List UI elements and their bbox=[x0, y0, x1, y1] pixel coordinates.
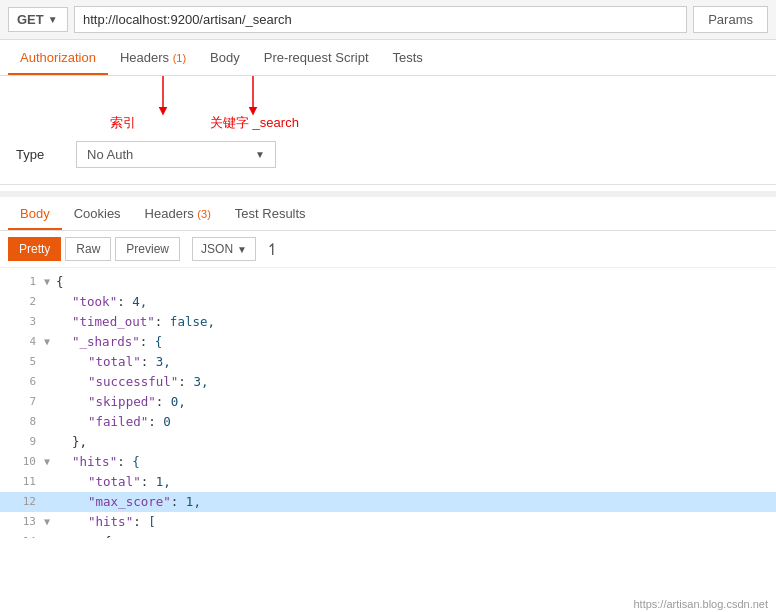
response-tab-body[interactable]: Body bbox=[8, 197, 62, 230]
footer-url: https://artisan.blog.csdn.net bbox=[633, 598, 768, 610]
line-number: 9 bbox=[4, 432, 36, 452]
pretty-button[interactable]: Pretty bbox=[8, 237, 61, 261]
tab-tests-label: Tests bbox=[393, 50, 423, 65]
json-content: "failed": 0 bbox=[56, 412, 171, 432]
keyword-arrow-svg bbox=[238, 76, 268, 116]
json-content: "timed_out": false, bbox=[56, 312, 215, 332]
response-tabs-bar: Body Cookies Headers (3) Test Results bbox=[0, 197, 776, 231]
line-number: 2 bbox=[4, 292, 36, 312]
json-line: 7 "skipped": 0, bbox=[0, 392, 776, 412]
toggle-icon[interactable]: ▼ bbox=[44, 272, 54, 292]
tab-authorization-label: Authorization bbox=[20, 50, 96, 65]
response-tab-cookies[interactable]: Cookies bbox=[62, 197, 133, 230]
line-number: 14 bbox=[4, 532, 36, 538]
tab-body-label: Body bbox=[210, 50, 240, 65]
body-toolbar: Pretty Raw Preview JSON ▼ ↿ bbox=[0, 231, 776, 268]
json-content: { bbox=[56, 272, 64, 292]
json-content: "total": 3, bbox=[56, 352, 171, 372]
json-content: "max_score": 1, bbox=[56, 492, 201, 512]
line-number: 3 bbox=[4, 312, 36, 332]
auth-type-select[interactable]: No Auth ▼ bbox=[76, 141, 276, 168]
response-tab-headers-label: Headers bbox=[145, 206, 198, 221]
json-content: "_shards": { bbox=[56, 332, 162, 352]
tab-headers[interactable]: Headers (1) bbox=[108, 40, 198, 75]
json-line: 5 "total": 3, bbox=[0, 352, 776, 372]
json-line: 11 "total": 1, bbox=[0, 472, 776, 492]
footer: https://artisan.blog.csdn.net bbox=[633, 598, 768, 610]
line-number: 12 bbox=[4, 492, 36, 512]
raw-button[interactable]: Raw bbox=[65, 237, 111, 261]
json-line: 3 "timed_out": false, bbox=[0, 312, 776, 332]
format-label: JSON bbox=[201, 242, 233, 256]
json-line: 4▼"_shards": { bbox=[0, 332, 776, 352]
index-annotation: 索引 bbox=[110, 114, 136, 132]
toggle-icon[interactable]: ▼ bbox=[44, 512, 54, 532]
json-line: 1▼{ bbox=[0, 272, 776, 292]
line-number: 10 bbox=[4, 452, 36, 472]
auth-value: No Auth bbox=[87, 147, 133, 162]
line-number: 6 bbox=[4, 372, 36, 392]
json-line: 14▼{ bbox=[0, 532, 776, 538]
index-arrow-svg bbox=[148, 76, 178, 116]
wrap-icon[interactable]: ↿ bbox=[266, 240, 279, 259]
json-content: "took": 4, bbox=[56, 292, 147, 312]
json-view: 1▼{2 "took": 4,3 "timed_out": false,4▼"_… bbox=[0, 268, 776, 538]
json-line: 2 "took": 4, bbox=[0, 292, 776, 312]
json-line: 8 "failed": 0 bbox=[0, 412, 776, 432]
json-content: "total": 1, bbox=[56, 472, 171, 492]
request-tabs-bar: Authorization Headers (1) Body Pre-reque… bbox=[0, 40, 776, 76]
tab-body[interactable]: Body bbox=[198, 40, 252, 75]
line-number: 8 bbox=[4, 412, 36, 432]
auth-row: Type No Auth ▼ bbox=[0, 131, 776, 178]
response-tab-headers[interactable]: Headers (3) bbox=[133, 197, 223, 230]
json-line: 12 "max_score": 1, bbox=[0, 492, 776, 512]
json-line: 10▼"hits": { bbox=[0, 452, 776, 472]
divider-1 bbox=[0, 184, 776, 185]
tab-authorization[interactable]: Authorization bbox=[8, 40, 108, 75]
preview-button[interactable]: Preview bbox=[115, 237, 180, 261]
json-content: }, bbox=[56, 432, 87, 452]
auth-chevron: ▼ bbox=[255, 149, 265, 160]
json-content: "hits": [ bbox=[56, 512, 156, 532]
method-chevron: ▼ bbox=[48, 14, 58, 25]
line-number: 4 bbox=[4, 332, 36, 352]
response-tab-test-results-label: Test Results bbox=[235, 206, 306, 221]
json-content: "successful": 3, bbox=[56, 372, 208, 392]
tab-pre-request-script-label: Pre-request Script bbox=[264, 50, 369, 65]
json-content: { bbox=[56, 532, 112, 538]
url-input[interactable] bbox=[74, 6, 687, 33]
params-button[interactable]: Params bbox=[693, 6, 768, 33]
json-line: 9 }, bbox=[0, 432, 776, 452]
tab-headers-label: Headers bbox=[120, 50, 173, 65]
keyword-annotation: 关键字 _search bbox=[210, 114, 299, 132]
tab-tests[interactable]: Tests bbox=[381, 40, 435, 75]
tab-pre-request-script[interactable]: Pre-request Script bbox=[252, 40, 381, 75]
json-line: 13▼"hits": [ bbox=[0, 512, 776, 532]
method-label: GET bbox=[17, 12, 44, 27]
toggle-icon[interactable]: ▼ bbox=[44, 452, 54, 472]
line-number: 11 bbox=[4, 472, 36, 492]
format-chevron: ▼ bbox=[237, 244, 247, 255]
line-number: 7 bbox=[4, 392, 36, 412]
toggle-icon[interactable]: ▼ bbox=[44, 532, 54, 538]
json-content: "skipped": 0, bbox=[56, 392, 186, 412]
json-line: 6 "successful": 3, bbox=[0, 372, 776, 392]
annotation-area: 索引 关键字 _search bbox=[0, 76, 776, 131]
response-tab-cookies-label: Cookies bbox=[74, 206, 121, 221]
method-select[interactable]: GET ▼ bbox=[8, 7, 68, 32]
line-number: 13 bbox=[4, 512, 36, 532]
top-bar: GET ▼ Params bbox=[0, 0, 776, 40]
auth-type-label: Type bbox=[16, 147, 76, 162]
toggle-icon[interactable]: ▼ bbox=[44, 332, 54, 352]
response-tab-body-label: Body bbox=[20, 206, 50, 221]
line-number: 5 bbox=[4, 352, 36, 372]
line-number: 1 bbox=[4, 272, 36, 292]
response-tab-test-results[interactable]: Test Results bbox=[223, 197, 318, 230]
json-content: "hits": { bbox=[56, 452, 140, 472]
format-select[interactable]: JSON ▼ bbox=[192, 237, 256, 261]
